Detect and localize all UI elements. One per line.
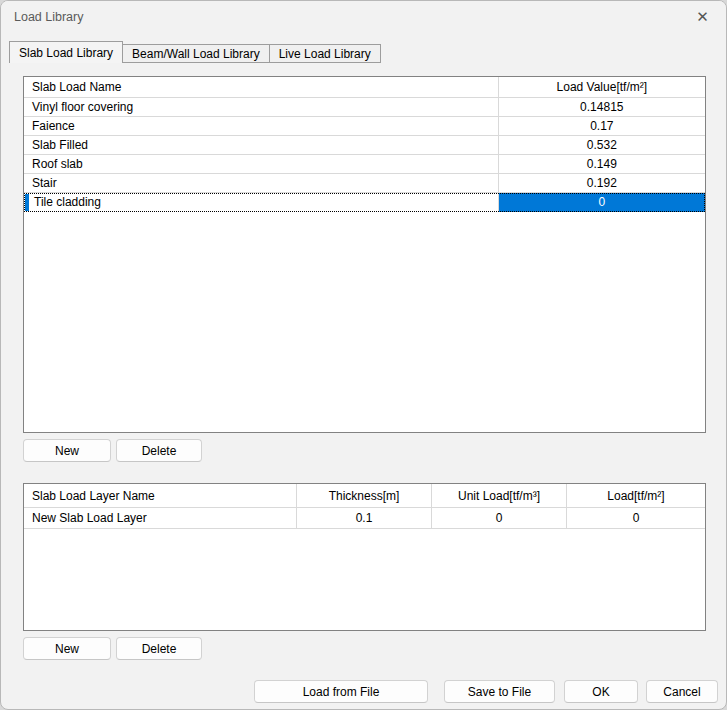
tab-slab-load-library[interactable]: Slab Load Library [9,41,123,63]
layer-name-cell[interactable]: New Slab Load Layer [24,508,297,529]
load-cell[interactable]: 0 [567,508,705,529]
table-row-selected[interactable]: Tile cladding 0 [24,193,705,212]
ok-button[interactable]: OK [564,680,638,703]
column-header-load-value[interactable]: Load Value[tf/m²] [499,77,705,98]
slab-delete-button[interactable]: Delete [116,439,202,462]
load-value-cell[interactable]: 0.192 [499,174,705,193]
load-library-dialog: Load Library ✕ Slab Load Library Beam/Wa… [0,0,727,710]
thickness-cell[interactable]: 0.1 [297,508,432,529]
dialog-title: Load Library [1,10,84,24]
table-row[interactable]: Slab Filled 0.532 [24,136,705,155]
column-header-load[interactable]: Load[tf/m²] [567,484,705,508]
cancel-button[interactable]: Cancel [646,680,718,703]
slab-load-name-cell[interactable]: Vinyl floor covering [24,98,499,117]
layer-table-header: Slab Load Layer Name Thickness[m] Unit L… [24,484,705,508]
slab-load-table: Slab Load Name Load Value[tf/m²] Vinyl f… [23,76,706,433]
layer-delete-button[interactable]: Delete [116,637,202,660]
table-row[interactable]: Roof slab 0.149 [24,155,705,174]
load-value-cell-selected[interactable]: 0 [499,193,705,212]
slab-load-name-cell[interactable]: Roof slab [24,155,499,174]
column-header-layer-name[interactable]: Slab Load Layer Name [24,484,297,508]
slab-new-button[interactable]: New [23,439,111,462]
slab-load-layer-table: Slab Load Layer Name Thickness[m] Unit L… [23,483,706,631]
table-row[interactable]: Stair 0.192 [24,174,705,193]
table-row[interactable]: Faience 0.17 [24,117,705,136]
save-to-file-button[interactable]: Save to File [444,680,555,703]
slab-load-name-cell[interactable]: Slab Filled [24,136,499,155]
load-value-cell[interactable]: 0.149 [499,155,705,174]
column-header-slab-load-name[interactable]: Slab Load Name [24,77,499,98]
load-value-cell[interactable]: 0.532 [499,136,705,155]
tab-strip: Slab Load Library Beam/Wall Load Library… [9,41,381,63]
load-from-file-button[interactable]: Load from File [254,680,428,703]
slab-load-name-cell[interactable]: Faience [24,117,499,136]
slab-load-table-header: Slab Load Name Load Value[tf/m²] [24,77,705,98]
layer-table-row[interactable]: New Slab Load Layer 0.1 0 0 [24,508,705,529]
table-row[interactable]: Vinyl floor covering 0.14815 [24,98,705,117]
row-selection-marker [25,194,29,211]
tab-live-load-library[interactable]: Live Load Library [270,44,381,63]
unit-load-cell[interactable]: 0 [432,508,567,529]
slab-load-name-cell[interactable]: Tile cladding [24,193,499,212]
column-header-unit-load[interactable]: Unit Load[tf/m³] [432,484,567,508]
load-value-cell[interactable]: 0.14815 [499,98,705,117]
title-bar: Load Library ✕ [1,1,726,33]
load-value-cell[interactable]: 0.17 [499,117,705,136]
layer-new-button[interactable]: New [23,637,111,660]
close-icon[interactable]: ✕ [680,2,725,32]
tab-beam-wall-load-library[interactable]: Beam/Wall Load Library [123,44,270,63]
slab-load-name-cell[interactable]: Stair [24,174,499,193]
column-header-thickness[interactable]: Thickness[m] [297,484,432,508]
